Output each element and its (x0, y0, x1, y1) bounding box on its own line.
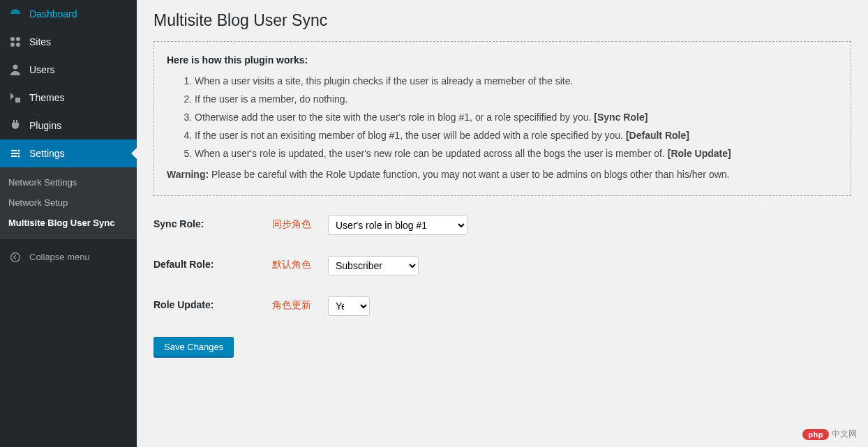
svg-point-1 (16, 37, 20, 41)
sidebar-item-plugins[interactable]: Plugins (0, 112, 137, 139)
info-item-2: If the user is a member, do nothing. (195, 93, 838, 105)
sidebar-item-label: Sites (29, 36, 51, 47)
settings-icon (8, 146, 22, 160)
submenu-network-settings[interactable]: Network Settings (0, 173, 137, 193)
settings-submenu: Network Settings Network Setup Multisite… (0, 167, 137, 239)
select-sync-role[interactable]: User's role in blog #1 (328, 215, 467, 235)
label-sync-role: Sync Role: (154, 215, 272, 229)
info-item-1: When a user visits a site, this plugin c… (195, 75, 838, 86)
info-item-5: When a user's role is updated, the user'… (195, 148, 838, 159)
submenu-network-setup[interactable]: Network Setup (0, 193, 137, 213)
select-default-role[interactable]: Subscriber (328, 256, 419, 275)
save-button[interactable]: Save Changes (154, 337, 234, 357)
svg-point-5 (18, 150, 20, 152)
themes-icon (8, 91, 22, 105)
collapse-label: Collapse menu (29, 252, 90, 262)
label-role-update: Role Update: (154, 296, 272, 310)
info-list: When a user visits a site, this plugin c… (167, 75, 838, 159)
watermark: php 中文网 (802, 428, 857, 440)
svg-point-4 (13, 65, 18, 70)
plugin-info-box: Here is how this plugin works: When a us… (154, 41, 851, 196)
submenu-multisite-blog-user-sync[interactable]: Multisite Blog User Sync (0, 213, 137, 234)
dashboard-icon (8, 7, 22, 21)
sidebar-item-users[interactable]: Users (0, 56, 137, 84)
users-icon (8, 63, 22, 77)
page-title: Multisite Blog User Sync (154, 11, 851, 30)
svg-point-3 (16, 43, 20, 47)
sidebar-item-themes[interactable]: Themes (0, 84, 137, 112)
admin-sidebar: Dashboard Sites Users Themes Plugins Set… (0, 0, 137, 447)
svg-point-2 (10, 43, 15, 47)
sidebar-item-label: Themes (29, 92, 65, 103)
annot-default-role: 默认角色 (272, 256, 328, 271)
sidebar-item-label: Dashboard (29, 8, 77, 20)
settings-form: Sync Role: 同步角色 User's role in blog #1 D… (154, 215, 851, 357)
info-item-4: If the user is not an exisiting member o… (195, 130, 838, 141)
svg-point-0 (10, 37, 15, 41)
svg-point-6 (18, 156, 20, 158)
label-default-role: Default Role: (154, 256, 272, 270)
collapse-menu-button[interactable]: Collapse menu (0, 243, 137, 271)
sites-icon (8, 35, 22, 49)
row-role-update: Role Update: 角色更新 Yes (154, 296, 851, 316)
row-default-role: Default Role: 默认角色 Subscriber (154, 256, 851, 275)
watermark-badge: php (802, 429, 829, 440)
info-warning: Warning: Please be careful with the Role… (167, 169, 838, 180)
sidebar-item-settings[interactable]: Settings (0, 139, 137, 167)
plugins-icon (8, 119, 22, 132)
info-item-3: Otherwise add the user to the site with … (195, 112, 838, 123)
info-heading: Here is how this plugin works: (167, 54, 838, 66)
sidebar-item-label: Users (29, 64, 55, 75)
main-content: Multisite Blog User Sync Here is how thi… (137, 0, 868, 447)
collapse-icon (8, 250, 22, 264)
sidebar-item-label: Plugins (29, 120, 61, 131)
sidebar-item-label: Settings (29, 148, 65, 159)
annot-role-update: 角色更新 (272, 296, 328, 312)
watermark-text: 中文网 (832, 428, 857, 440)
sidebar-item-sites[interactable]: Sites (0, 28, 137, 56)
select-role-update[interactable]: Yes (328, 296, 370, 316)
sidebar-item-dashboard[interactable]: Dashboard (0, 0, 137, 28)
annot-sync-role: 同步角色 (272, 215, 328, 231)
svg-point-7 (11, 252, 20, 262)
row-sync-role: Sync Role: 同步角色 User's role in blog #1 (154, 215, 851, 235)
